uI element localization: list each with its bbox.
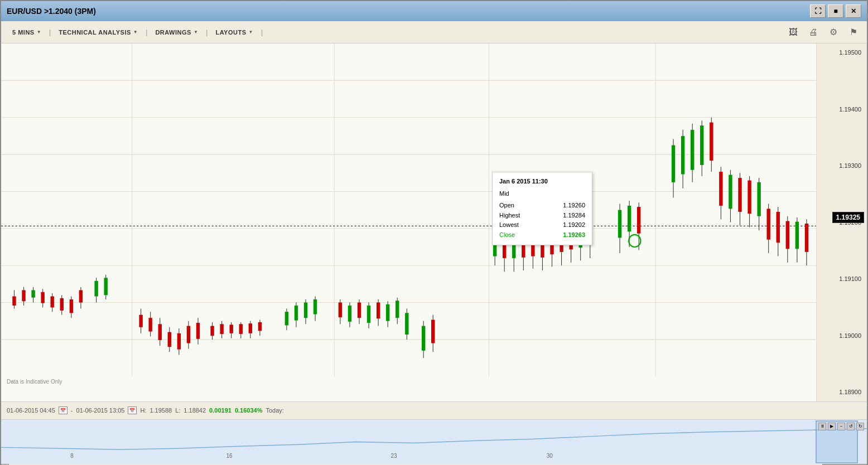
calendar-from-icon[interactable]: 📅 [59,406,67,414]
close-button[interactable]: ✕ [846,4,861,18]
svg-rect-129 [729,175,732,209]
pause-button[interactable]: ⏸ [818,423,826,430]
svg-rect-86 [431,320,435,343]
price-level-6: 1.19000 [819,332,864,339]
title-bar: EUR/USD >1.2040 (3PM) ⛶ ■ ✕ [1,1,867,21]
tooltip-close-row: Close 1.19263 [499,230,585,240]
svg-rect-139 [777,212,780,243]
tooltip-close-label: Close [499,230,515,240]
tooltip-open-row: Open 1.19260 [499,201,585,211]
price-level-5: 1.19100 [819,275,864,282]
svg-rect-64 [304,303,307,318]
svg-rect-42 [177,333,181,350]
today-label: Today: [266,407,283,414]
print-button[interactable]: 🖨 [806,25,821,40]
timeframe-label: 5 MINS [12,29,35,36]
svg-rect-127 [719,172,722,206]
maximize-icon: ⛶ [814,7,821,15]
main-window: EUR/USD >1.2040 (3PM) ⛶ ■ ✕ 5 MINS ▼ | T… [0,0,868,465]
image-button[interactable]: 🖼 [785,25,801,40]
svg-rect-135 [757,182,760,216]
price-level-7: 1.18900 [819,389,864,395]
tooltip-open-label: Open [499,201,514,211]
change-pct: 0.16034% [235,407,263,414]
svg-rect-16 [22,290,25,301]
date-from: 01-06-2015 04:45 [7,407,55,414]
svg-rect-44 [187,326,190,343]
svg-rect-80 [396,301,399,318]
drawings-label: DRAWINGS [155,29,191,36]
svg-rect-36 [148,318,152,331]
svg-rect-125 [710,123,713,161]
svg-rect-82 [405,313,408,335]
toolbar-right: 🖼 🖨 ⚙ ⚑ [785,25,861,40]
tooltip-open-val: 1.19260 [563,201,585,211]
zoom-in-button[interactable]: ↺ [847,423,855,430]
separator-4: | [259,28,265,36]
maximize-button[interactable]: ⛶ [810,4,826,18]
svg-rect-20 [41,292,44,303]
drawings-dropdown-arrow: ▼ [194,30,198,35]
minimize-icon: ■ [833,7,837,15]
minimize-button[interactable]: ■ [828,4,843,18]
calendar-to-icon[interactable]: 📅 [128,406,137,414]
svg-rect-18 [31,290,35,297]
layouts-button[interactable]: LAYOUTS ▼ [210,27,258,38]
tooltip-date: Jan 6 2015 11:30 [499,177,585,187]
svg-rect-68 [339,303,342,318]
svg-rect-76 [377,303,380,319]
window-title: EUR/USD >1.2040 (3PM) [7,7,96,16]
svg-rect-62 [295,306,298,321]
chart-canvas[interactable]: Jan 6 2015 11:30 Mid Open 1.19260 Highes… [1,43,817,401]
timeframe-button[interactable]: 5 MINS ▼ [7,27,47,38]
candle-chart [1,43,816,401]
drawings-button[interactable]: DRAWINGS ▼ [150,27,204,38]
svg-rect-46 [196,323,200,339]
flag-button[interactable]: ⚑ [846,25,861,40]
svg-rect-40 [168,332,171,347]
bottom-bar: 01-06-2015 04:45 📅 - 01-06-2015 13:05 📅 … [1,401,867,419]
svg-rect-145 [805,224,808,252]
separator-2: | [143,28,150,36]
tooltip-lowest-row: Lowest 1.19202 [499,220,585,230]
svg-rect-54 [239,324,243,334]
technical-analysis-label: TECHNICAL ANALYSIS [59,29,131,36]
mini-label-30: 30 [547,453,553,459]
forward-button[interactable]: ▶ [828,423,836,430]
settings-button[interactable]: ⚙ [826,25,841,40]
svg-rect-58 [258,322,262,331]
svg-rect-50 [220,324,223,334]
tooltip-highest-label: Highest [499,211,520,221]
mini-chart-controls: ⏸ ▶ − ↺ ↻ [818,423,864,430]
svg-rect-56 [249,323,252,333]
tooltip-lowest-val: 1.19202 [563,220,585,230]
technical-analysis-button[interactable]: TECHNICAL ANALYSIS ▼ [53,27,143,38]
date-separator: - [71,407,73,414]
mini-label-23: 23 [390,453,397,459]
svg-rect-133 [748,181,751,214]
svg-rect-30 [94,281,98,297]
svg-rect-70 [348,306,351,322]
svg-rect-123 [700,125,703,165]
svg-rect-24 [60,298,64,311]
title-bar-buttons: ⛶ ■ ✕ [810,4,861,18]
svg-rect-34 [139,315,142,327]
svg-rect-26 [70,299,73,313]
timeframe-dropdown-arrow: ▼ [37,30,41,35]
refresh-button[interactable]: ↻ [856,423,864,430]
date-to: 01-06-2015 13:05 [76,407,125,414]
zoom-out-button[interactable]: − [837,423,845,430]
high-val: 1.19588 [150,407,172,414]
main-chart: Jan 6 2015 11:30 Mid Open 1.19260 Highes… [1,43,867,401]
price-level-3: 1.19300 [819,162,864,169]
current-price: 1.19325 [836,214,860,221]
price-axis: 1.19500 1.19400 1.19300 1.19325 1.19200 … [817,43,867,401]
close-icon: ✕ [851,7,856,15]
current-price-box: 1.19325 [832,212,864,223]
svg-rect-14 [12,296,16,306]
svg-rect-72 [358,303,361,318]
print-icon: 🖨 [809,27,818,37]
svg-rect-137 [766,209,770,239]
svg-rect-78 [386,304,389,321]
svg-rect-22 [51,296,54,307]
